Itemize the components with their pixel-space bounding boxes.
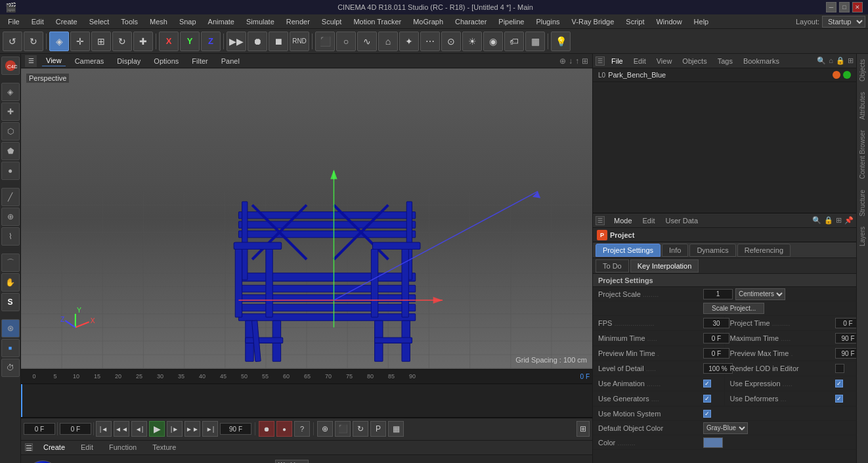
play-button[interactable]: ▶ bbox=[149, 421, 165, 437]
menu-simulate[interactable]: Simulate bbox=[241, 16, 280, 27]
scale-project-button[interactable]: Scale Project... bbox=[703, 303, 764, 314]
viewport-pin-icon[interactable]: ⊕ bbox=[559, 56, 566, 66]
sidebar-bridge-icon[interactable]: ⌇ bbox=[1, 227, 20, 246]
material-item[interactable]: Urban_f bbox=[26, 460, 59, 463]
use-deformers-checkbox[interactable] bbox=[835, 395, 843, 403]
generator-icon[interactable]: ✦ bbox=[399, 32, 419, 51]
bulb-icon[interactable]: 💡 bbox=[551, 32, 571, 51]
sidebar-s-icon[interactable]: S bbox=[1, 293, 20, 311]
sidebar-frame-icon[interactable]: ■ bbox=[1, 339, 20, 357]
mat-tab-texture[interactable]: Texture bbox=[147, 442, 181, 452]
proj-tab-referencing[interactable]: Referencing bbox=[737, 244, 791, 257]
cloner-icon[interactable]: ⋯ bbox=[420, 32, 440, 51]
menu-pipeline[interactable]: Pipeline bbox=[493, 16, 529, 27]
goto-start-button[interactable]: |◄ bbox=[96, 421, 112, 437]
menu-sculpt[interactable]: Sculpt bbox=[316, 16, 347, 27]
om-tab-file[interactable]: File bbox=[607, 56, 627, 66]
loop-icon[interactable]: ↻ bbox=[353, 421, 368, 437]
menu-render[interactable]: Render bbox=[281, 16, 315, 27]
next-key-button[interactable]: |► bbox=[167, 421, 183, 437]
transform-tool-icon[interactable]: ✚ bbox=[133, 32, 153, 51]
sidebar-edge-icon[interactable]: ⬟ bbox=[1, 142, 20, 160]
scene-icon[interactable]: ▦ bbox=[525, 32, 545, 51]
rotate-tool-icon[interactable]: ↻ bbox=[112, 32, 132, 51]
strip-layers[interactable]: Layers bbox=[857, 221, 867, 252]
menu-edit[interactable]: Edit bbox=[26, 16, 49, 27]
vp-tab-filter[interactable]: Filter bbox=[188, 56, 211, 66]
menu-motion-tracker[interactable]: Motion Tracker bbox=[348, 16, 406, 27]
proj-tab-settings[interactable]: Project Settings bbox=[596, 244, 661, 257]
project-scale-unit-select[interactable]: Centimeters Meters Inches bbox=[735, 288, 785, 300]
use-animation-checkbox[interactable] bbox=[703, 380, 711, 387]
max-time-input[interactable] bbox=[835, 333, 857, 343]
attr-lock-icon[interactable]: 🔒 bbox=[824, 216, 833, 225]
viewport-canvas[interactable]: Perspective bbox=[21, 68, 592, 369]
menu-script[interactable]: Script bbox=[620, 16, 649, 27]
camera-icon[interactable]: ⊙ bbox=[441, 32, 461, 51]
end-frame-input[interactable] bbox=[220, 423, 251, 435]
motion-path-icon[interactable]: P bbox=[370, 421, 386, 437]
axis-x-icon[interactable]: X bbox=[159, 32, 179, 51]
menu-animate[interactable]: Animate bbox=[203, 16, 240, 27]
om-home-icon[interactable]: ⌂ bbox=[829, 56, 833, 65]
deformer-icon[interactable]: ⌂ bbox=[378, 32, 398, 51]
use-expression-checkbox[interactable] bbox=[835, 380, 843, 387]
attr-search-icon[interactable]: 🔍 bbox=[812, 216, 821, 225]
default-color-select[interactable]: Gray-Blue Custom bbox=[703, 422, 748, 434]
attr-pin-icon[interactable]: 📌 bbox=[844, 216, 854, 225]
viewport-expand-icon[interactable]: ⊞ bbox=[582, 56, 588, 66]
sphere-icon[interactable]: ○ bbox=[336, 32, 356, 51]
menu-snap[interactable]: Snap bbox=[174, 16, 202, 27]
menu-tools[interactable]: Tools bbox=[116, 16, 143, 27]
maximize-button[interactable]: □ bbox=[839, 2, 850, 12]
minimize-button[interactable]: ─ bbox=[826, 2, 836, 12]
om-lock-icon[interactable]: 🔒 bbox=[836, 56, 845, 65]
sidebar-active-icon[interactable]: ⊛ bbox=[1, 319, 20, 338]
goto-end-button[interactable]: ►| bbox=[202, 421, 218, 437]
color-swatch[interactable] bbox=[703, 437, 723, 448]
render-lod-checkbox[interactable] bbox=[835, 364, 844, 373]
step-back-button[interactable]: ◄◄ bbox=[114, 421, 129, 437]
sidebar-point-icon[interactable]: ● bbox=[1, 162, 20, 180]
strip-objects[interactable]: Objects bbox=[857, 54, 867, 87]
om-menu-icon[interactable]: ☰ bbox=[596, 56, 605, 66]
menu-vray[interactable]: V-Ray Bridge bbox=[567, 16, 620, 27]
attr-tab-userdata[interactable]: User Data bbox=[662, 215, 703, 226]
mat-tab-function[interactable]: Function bbox=[104, 442, 142, 452]
axis-z-icon[interactable]: Z bbox=[201, 32, 221, 51]
sidebar-curve-icon[interactable]: ⌒ bbox=[1, 254, 20, 272]
viewport-down-icon[interactable]: ↓ bbox=[569, 56, 573, 66]
vp-tab-cameras[interactable]: Cameras bbox=[71, 56, 108, 66]
move-tool-icon[interactable]: ✛ bbox=[70, 32, 90, 51]
timeline-grid-icon[interactable]: ▦ bbox=[388, 421, 404, 437]
proj-tab2-keyinterp[interactable]: Key Interpolation bbox=[630, 259, 699, 273]
tag-icon[interactable]: 🏷 bbox=[504, 32, 524, 51]
menu-window[interactable]: Window bbox=[651, 16, 687, 27]
menu-mesh[interactable]: Mesh bbox=[144, 16, 173, 27]
mat-menu-icon[interactable]: ☰ bbox=[25, 443, 33, 451]
sidebar-move-icon[interactable]: ✚ bbox=[1, 102, 20, 121]
autokey-button[interactable]: ● bbox=[276, 421, 292, 437]
attr-expand-icon[interactable]: ⊞ bbox=[836, 216, 842, 225]
proj-tab-info[interactable]: Info bbox=[662, 244, 688, 257]
menu-plugins[interactable]: Plugins bbox=[531, 16, 565, 27]
prev-key-button[interactable]: ◄| bbox=[131, 421, 147, 437]
om-tab-view[interactable]: View bbox=[653, 56, 676, 66]
mat-tab-edit[interactable]: Edit bbox=[76, 442, 98, 452]
attr-menu-icon[interactable]: ☰ bbox=[596, 216, 605, 225]
redo-icon[interactable]: ↻ bbox=[24, 32, 43, 51]
mat-tab-create[interactable]: Create bbox=[38, 442, 70, 452]
vp-tab-panel[interactable]: Panel bbox=[217, 56, 244, 66]
sidebar-polygon-icon[interactable]: ⬡ bbox=[1, 122, 20, 141]
timeline-expand-icon[interactable]: ⊞ bbox=[576, 421, 590, 437]
project-scale-input[interactable] bbox=[703, 289, 733, 299]
menu-help[interactable]: Help bbox=[689, 16, 714, 27]
sidebar-select-icon[interactable]: ◈ bbox=[1, 83, 20, 101]
layout-select[interactable]: Startup bbox=[822, 16, 865, 28]
cube-icon[interactable]: ⬛ bbox=[315, 32, 335, 51]
menu-file[interactable]: File bbox=[3, 16, 25, 27]
render-icon[interactable]: RND bbox=[290, 32, 309, 51]
menu-create[interactable]: Create bbox=[51, 16, 83, 27]
sidebar-extrude-icon[interactable]: ⊕ bbox=[1, 208, 20, 226]
om-tab-edit[interactable]: Edit bbox=[630, 56, 650, 66]
